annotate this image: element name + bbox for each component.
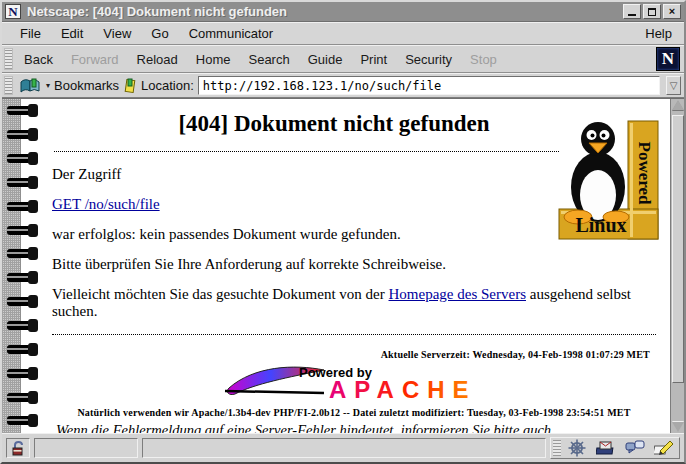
spiral-ring — [7, 297, 36, 306]
mailbox-icon[interactable] — [593, 439, 619, 457]
paragraph-pruefen: Bitte überprüfen Sie Ihre Anforderung au… — [52, 256, 656, 273]
status-bar — [2, 433, 684, 462]
menu-communicator[interactable]: Communicator — [179, 24, 284, 43]
location-dropdown-button[interactable]: ▽ — [666, 76, 681, 95]
navigator-icon[interactable] — [564, 439, 590, 457]
spiral-rings — [2, 99, 40, 433]
close-button[interactable]: × — [663, 4, 681, 19]
maximize-icon — [648, 8, 656, 16]
spiral-ring — [7, 416, 36, 425]
menu-help[interactable]: Help — [641, 24, 676, 43]
divider-top — [54, 151, 559, 152]
powered-by-apache-image: Powered by APACHE — [199, 362, 509, 402]
scroll-up-arrow[interactable] — [672, 100, 684, 110]
error-page: [404] Dokument nicht gefunden Der Zugrif… — [40, 99, 670, 433]
menu-go[interactable]: Go — [141, 24, 178, 43]
security-indicator[interactable] — [6, 438, 30, 458]
powered-label: Powered — [635, 142, 654, 205]
netscape-window-icon: N — [5, 4, 21, 19]
guide-button[interactable]: Guide — [299, 48, 352, 71]
locationbar-grip-handle[interactable] — [4, 76, 13, 95]
security-button[interactable]: Security — [396, 48, 461, 71]
vielleicht-prefix: Vielleicht möchten Sie das gesuchte Doku… — [52, 286, 389, 302]
home-button[interactable]: Home — [187, 48, 240, 71]
spiral-ring — [7, 226, 36, 235]
footer-prefix: Wenn die Fehlermeldung auf eine Server-F… — [56, 422, 551, 433]
spiral-binding — [2, 99, 40, 433]
spiral-ring — [7, 130, 36, 139]
scroll-down-arrow[interactable] — [672, 422, 684, 432]
component-bar-grip[interactable] — [553, 440, 561, 456]
bookmarks-button[interactable]: Bookmarks — [54, 78, 119, 93]
spiral-ring — [7, 321, 36, 330]
status-message-panel — [142, 438, 546, 458]
spiral-ring — [7, 106, 36, 115]
spiral-ring — [7, 369, 36, 378]
discussions-icon[interactable] — [622, 439, 648, 457]
bookmarks-icon — [19, 78, 41, 94]
netscape-window: N Netscape: [404] Dokument nicht gefunde… — [0, 0, 686, 464]
netscape-logo[interactable]: N — [656, 47, 680, 71]
spiral-ring — [7, 202, 36, 211]
bookmarks-dropdown-icon: ▾ — [46, 81, 50, 90]
location-input[interactable] — [198, 76, 660, 95]
status-progress-panel — [34, 438, 138, 458]
spiral-ring — [7, 249, 36, 258]
paragraph-vielleicht: Vielleicht möchten Sie das gesuchte Doku… — [52, 286, 656, 320]
spiral-ring — [7, 273, 36, 282]
spiral-ring — [7, 154, 36, 163]
reload-button[interactable]: Reload — [128, 48, 187, 71]
scrollbar-thumb[interactable] — [672, 115, 684, 383]
divider-bottom — [52, 334, 656, 335]
forward-button[interactable]: Forward — [62, 48, 128, 71]
spiral-ring — [7, 345, 36, 354]
page-title: [404] Dokument nicht gefunden — [52, 111, 616, 137]
open-padlock-icon — [11, 441, 25, 456]
navigation-toolbar: Back Forward Reload Home Search Guide Pr… — [2, 45, 684, 73]
component-bar — [550, 437, 680, 459]
vertical-scrollbar[interactable] — [670, 99, 684, 433]
homepage-link[interactable]: Homepage des Servers — [389, 286, 526, 302]
toolbar-grip-handle[interactable] — [4, 48, 13, 70]
minimize-icon — [628, 13, 636, 16]
title-bar[interactable]: N Netscape: [404] Dokument nicht gefunde… — [2, 2, 684, 22]
window-title: Netscape: [404] Dokument nicht gefunden — [27, 4, 623, 19]
search-button[interactable]: Search — [239, 48, 298, 71]
request-link[interactable]: GET /no/such/file — [52, 196, 160, 212]
modified-line: Natürlich verwenden wir Apache/1.3b4-dev… — [52, 407, 656, 418]
minimize-button[interactable] — [623, 4, 641, 19]
location-page-icon[interactable] — [123, 78, 137, 94]
apache-wordmark: APACHE — [329, 376, 477, 402]
close-icon: × — [669, 6, 675, 17]
linux-label: Linux — [575, 214, 626, 236]
footer-note: Wenn die Fehlermeldung auf eine Server-F… — [56, 422, 656, 433]
menu-view[interactable]: View — [93, 24, 141, 43]
linux-powered-image: Linux Powered — [558, 113, 660, 241]
browser-viewport: [404] Dokument nicht gefunden Der Zugrif… — [2, 98, 684, 433]
server-time: Aktuelle Serverzeit: Wednesday, 04-Feb-1… — [52, 349, 650, 360]
stop-button[interactable]: Stop — [461, 48, 506, 71]
location-label: Location: — [141, 78, 194, 93]
spiral-ring — [7, 393, 36, 402]
spiral-ring — [7, 178, 36, 187]
menu-file[interactable]: File — [10, 24, 51, 43]
apache-logo: Powered by APACHE — [52, 362, 656, 406]
print-button[interactable]: Print — [351, 48, 396, 71]
location-bar: ▾ Bookmarks Location: ▽ — [2, 73, 684, 98]
menu-edit[interactable]: Edit — [51, 24, 93, 43]
maximize-button[interactable] — [643, 4, 661, 19]
menu-bar: File Edit View Go Communicator Help — [2, 22, 684, 45]
composer-icon[interactable] — [651, 439, 677, 457]
back-button[interactable]: Back — [15, 48, 62, 71]
